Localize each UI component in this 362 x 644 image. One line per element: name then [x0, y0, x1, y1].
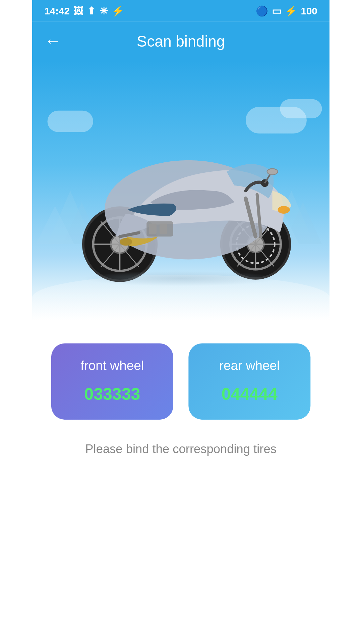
svg-rect-29	[149, 224, 157, 234]
upload-icon: ⬆	[87, 5, 96, 16]
usb-icon: ⚡	[112, 5, 124, 16]
status-right: 🔵 ▭ ⚡ 100	[256, 5, 318, 16]
rear-wheel-id: 044444	[222, 385, 278, 405]
fan-icon: ✳	[100, 5, 108, 16]
battery-level: 100	[301, 5, 317, 16]
time: 14:42	[45, 5, 70, 16]
header: ← Scan binding	[32, 21, 329, 61]
battery-outline-icon: ▭	[272, 5, 281, 16]
motorcycle-reflection	[82, 271, 280, 286]
front-wheel-label: front wheel	[81, 359, 144, 374]
instruction-label: Please bind the corresponding tires	[85, 442, 277, 455]
motorcycle-svg	[59, 92, 303, 298]
gallery-icon: 🖼	[74, 5, 84, 16]
hero-section	[32, 61, 329, 320]
svg-point-27	[267, 169, 278, 175]
wheel-cards-section: front wheel 033333 rear wheel 044444	[32, 320, 329, 435]
bluetooth-icon: 🔵	[256, 5, 268, 16]
charging-icon: ⚡	[285, 5, 297, 16]
svg-rect-30	[160, 224, 167, 234]
instruction-text: Please bind the corresponding tires	[32, 435, 329, 464]
back-button[interactable]: ←	[45, 31, 61, 51]
status-left: 14:42 🖼 ⬆ ✳ ⚡	[45, 5, 124, 16]
page-title: Scan binding	[137, 33, 225, 50]
front-wheel-id: 033333	[84, 385, 140, 405]
rear-wheel-card[interactable]: rear wheel 044444	[189, 343, 311, 420]
rear-wheel-label: rear wheel	[219, 359, 280, 374]
front-wheel-card[interactable]: front wheel 033333	[51, 343, 173, 420]
status-bar: 14:42 🖼 ⬆ ✳ ⚡ 🔵 ▭ ⚡ 100	[32, 0, 329, 21]
motorcycle-image	[59, 92, 303, 298]
back-arrow-icon: ←	[45, 31, 61, 51]
